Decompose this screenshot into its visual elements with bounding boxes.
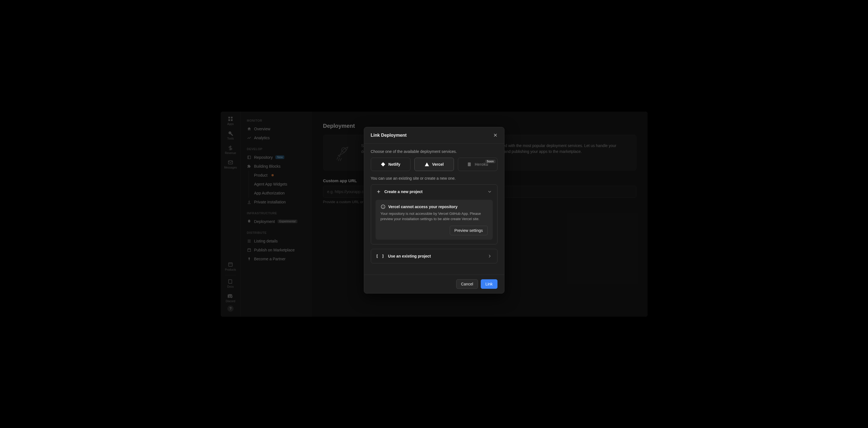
provider-label: Vercel xyxy=(432,162,444,166)
create-new-toggle[interactable]: Create a new project xyxy=(371,185,497,198)
chevron-down-icon xyxy=(487,189,492,194)
info-icon xyxy=(380,204,385,209)
panel-title: Create a new project xyxy=(384,189,423,194)
panel-title: Use an existing project xyxy=(388,254,431,258)
app-frame: Apps Tools Revenue Messages Products Doc… xyxy=(221,112,648,317)
use-existing-toggle[interactable]: [ ] Use an existing project xyxy=(371,249,497,263)
link-button[interactable]: Link xyxy=(481,279,497,289)
soon-badge: Soon xyxy=(485,160,496,163)
close-icon[interactable]: ✕ xyxy=(493,133,497,138)
access-warning: Vercel cannot access your repository You… xyxy=(376,200,493,240)
modal-footer: Cancel Link xyxy=(364,275,504,293)
preview-settings-button[interactable]: Preview settings xyxy=(450,226,488,235)
vercel-icon xyxy=(424,162,429,167)
provider-vercel[interactable]: Vercel xyxy=(414,158,454,171)
existing-hint: You can use an existing site or create a… xyxy=(371,176,497,181)
provider-label: Netlify xyxy=(389,162,400,166)
provider-heroku: Soon Heroku xyxy=(458,158,497,171)
create-new-body: Vercel cannot access your repository You… xyxy=(371,198,497,244)
link-deployment-modal: Link Deployment ✕ Choose one of the avai… xyxy=(364,127,504,294)
modal-title: Link Deployment xyxy=(371,133,407,138)
modal-header: Link Deployment ✕ xyxy=(364,127,504,144)
provider-netlify[interactable]: Netlify xyxy=(371,158,410,171)
warning-title-row: Vercel cannot access your repository xyxy=(380,204,488,209)
svg-rect-9 xyxy=(468,162,471,166)
provider-row: Netlify Vercel Soon Heroku xyxy=(371,158,497,171)
heroku-icon xyxy=(467,162,472,167)
modal-overlay[interactable]: Link Deployment ✕ Choose one of the avai… xyxy=(221,112,648,317)
netlify-icon xyxy=(380,162,385,167)
warning-title: Vercel cannot access your repository xyxy=(389,205,458,209)
create-new-panel: Create a new project Vercel cannot acces… xyxy=(371,184,497,244)
cancel-button[interactable]: Cancel xyxy=(456,279,478,289)
modal-subtitle: Choose one of the available deployment s… xyxy=(371,149,497,154)
brackets-icon: [ ] xyxy=(376,254,385,258)
warning-body: Your repository is not accessible by Ver… xyxy=(380,211,488,222)
use-existing-panel: [ ] Use an existing project xyxy=(371,249,497,264)
modal-body: Choose one of the available deployment s… xyxy=(364,144,504,275)
plus-icon xyxy=(376,189,381,194)
chevron-right-icon xyxy=(487,254,492,258)
